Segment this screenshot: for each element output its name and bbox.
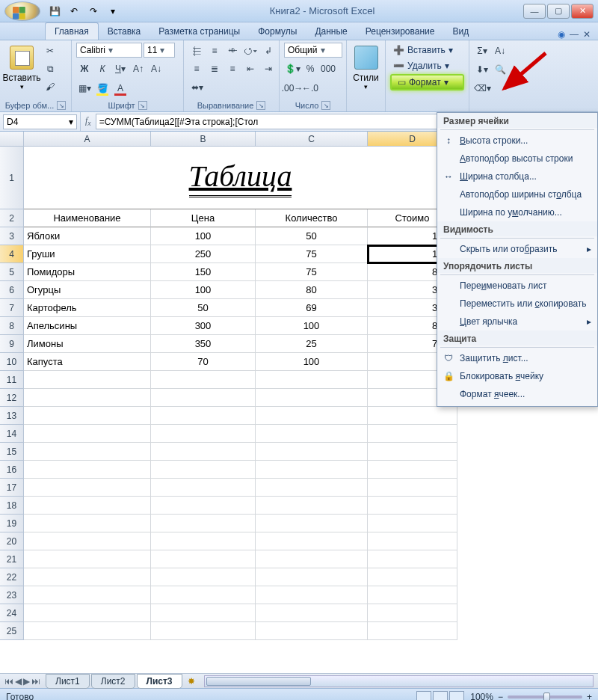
cell-D24[interactable] [368, 604, 457, 622]
zoom-out-icon[interactable]: − [498, 692, 503, 701]
cell-D19[interactable] [368, 515, 457, 532]
cell-B19[interactable] [151, 515, 256, 532]
cell-B13[interactable] [151, 407, 256, 425]
row-header-12[interactable]: 12 [0, 389, 24, 407]
cell-A3[interactable]: Яблоки [24, 227, 151, 245]
row-header-15[interactable]: 15 [0, 443, 24, 461]
cell-A11[interactable] [24, 371, 151, 389]
cell-C2[interactable]: Количество [256, 209, 368, 227]
number-dlg-icon[interactable]: ↘ [321, 101, 330, 110]
cell-B2[interactable]: Цена [151, 209, 256, 227]
cell-B14[interactable] [151, 425, 256, 443]
cell-C6[interactable]: 80 [256, 281, 368, 299]
cell-D23[interactable] [368, 586, 457, 604]
row-header-20[interactable]: 20 [0, 532, 24, 550]
italic-icon[interactable]: К [94, 61, 111, 77]
currency-icon[interactable]: 💲▾ [284, 61, 300, 77]
bold-icon[interactable]: Ж [76, 61, 93, 77]
cell-B20[interactable] [151, 532, 256, 550]
cell-B10[interactable]: 70 [151, 353, 256, 371]
paste-button[interactable]: Вставить ▾ [4, 43, 39, 90]
wrap-text-icon[interactable]: ↲ [260, 43, 277, 59]
row-header-24[interactable]: 24 [0, 604, 24, 622]
tab-data[interactable]: Данные [306, 23, 356, 40]
fill-icon[interactable]: ⬇▾ [474, 61, 490, 78]
row-header-18[interactable]: 18 [0, 497, 24, 515]
dropdown-item[interactable]: Переместить или скопировать [437, 295, 597, 313]
close-button[interactable]: ✕ [571, 4, 594, 19]
clipboard-dlg-icon[interactable]: ↘ [57, 101, 66, 110]
increase-decimal-icon[interactable]: .00→ [284, 80, 300, 96]
dropdown-item[interactable]: 🔒Блокировать ячейку [437, 367, 597, 385]
cell-A21[interactable] [24, 550, 151, 568]
align-right-icon[interactable]: ≡ [224, 61, 241, 77]
dropdown-item[interactable]: 🛡Защитить лист... [437, 349, 597, 367]
row-header-19[interactable]: 19 [0, 515, 24, 532]
cell-B22[interactable] [151, 568, 256, 586]
cell-C21[interactable] [256, 550, 368, 568]
row-header-8[interactable]: 8 [0, 317, 24, 335]
cell-D15[interactable] [368, 443, 457, 461]
cell-A16[interactable] [24, 461, 151, 479]
cell-D17[interactable] [368, 479, 457, 497]
save-icon[interactable]: 💾 [46, 3, 63, 19]
column-header-B[interactable]: B [151, 132, 256, 146]
cell-C7[interactable]: 69 [256, 299, 368, 317]
increase-indent-icon[interactable]: ⇥ [260, 61, 277, 77]
dropdown-item[interactable]: Автоподбор высоты строки [437, 150, 597, 168]
cell-A20[interactable] [24, 532, 151, 550]
align-bottom-icon[interactable]: ⬲ [224, 43, 241, 59]
row-header-13[interactable]: 13 [0, 407, 24, 425]
row-header-5[interactable]: 5 [0, 263, 24, 281]
cell-B12[interactable] [151, 389, 256, 407]
cell-A1[interactable]: Таблица [24, 147, 457, 209]
copy-icon[interactable]: ⧉ [42, 61, 58, 77]
cell-A24[interactable] [24, 604, 151, 622]
help-icon[interactable]: ◉ [558, 29, 565, 40]
cell-A17[interactable] [24, 479, 151, 497]
font-name-combo[interactable]: Calibri▾ [76, 43, 142, 58]
format-painter-icon[interactable]: 🖌 [42, 79, 58, 95]
cell-B16[interactable] [151, 461, 256, 479]
decrease-decimal-icon[interactable]: ←.0 [302, 80, 318, 96]
cell-C20[interactable] [256, 532, 368, 550]
cell-A6[interactable]: Огурцы [24, 281, 151, 299]
row-header-11[interactable]: 11 [0, 371, 24, 389]
cell-D20[interactable] [368, 532, 457, 550]
cell-B25[interactable] [151, 622, 256, 640]
cell-C17[interactable] [256, 479, 368, 497]
cell-A8[interactable]: Апельсины [24, 317, 151, 335]
cell-C8[interactable]: 100 [256, 317, 368, 335]
cell-B7[interactable]: 50 [151, 299, 256, 317]
cell-B17[interactable] [151, 479, 256, 497]
cell-A22[interactable] [24, 568, 151, 586]
dropdown-item[interactable]: Ширина по умолчанию... [437, 203, 597, 221]
fill-color-icon[interactable]: 🪣 [94, 80, 111, 96]
cell-C11[interactable] [256, 371, 368, 389]
cell-B4[interactable]: 250 [151, 245, 256, 263]
delete-cells-button[interactable]: ➖Удалить ▾ [390, 58, 464, 73]
clear-icon[interactable]: ⌫▾ [474, 80, 490, 96]
cell-C10[interactable]: 100 [256, 353, 368, 371]
format-cells-button[interactable]: ▭Формат ▾ [390, 74, 464, 90]
maximize-button[interactable]: ▢ [547, 4, 570, 19]
dropdown-item[interactable]: ↕Высота строки... [437, 132, 597, 150]
sheet-tab-Лист2[interactable]: Лист2 [91, 674, 135, 689]
percent-icon[interactable]: % [302, 61, 318, 77]
tab-home[interactable]: Главная [45, 22, 99, 40]
cell-C25[interactable] [256, 622, 368, 640]
horizontal-scrollbar[interactable] [204, 675, 594, 687]
qat-dropdown-icon[interactable]: ▾ [105, 3, 121, 19]
cell-B8[interactable]: 300 [151, 317, 256, 335]
fx-icon[interactable]: fx [85, 115, 91, 127]
sheet-nav-next-icon[interactable]: ▶ [23, 676, 30, 687]
hscroll-thumb[interactable] [206, 677, 311, 686]
align-top-icon[interactable]: ⬱ [188, 43, 205, 59]
dropdown-item[interactable]: Переименовать лист [437, 277, 597, 295]
cell-A12[interactable] [24, 389, 151, 407]
cell-D22[interactable] [368, 568, 457, 586]
tab-page-layout[interactable]: Разметка страницы [150, 23, 249, 40]
sheet-nav-first-icon[interactable]: ⏮ [4, 676, 13, 687]
undo-icon[interactable]: ↶ [66, 3, 82, 19]
sheet-nav-last-icon[interactable]: ⏭ [31, 676, 40, 687]
